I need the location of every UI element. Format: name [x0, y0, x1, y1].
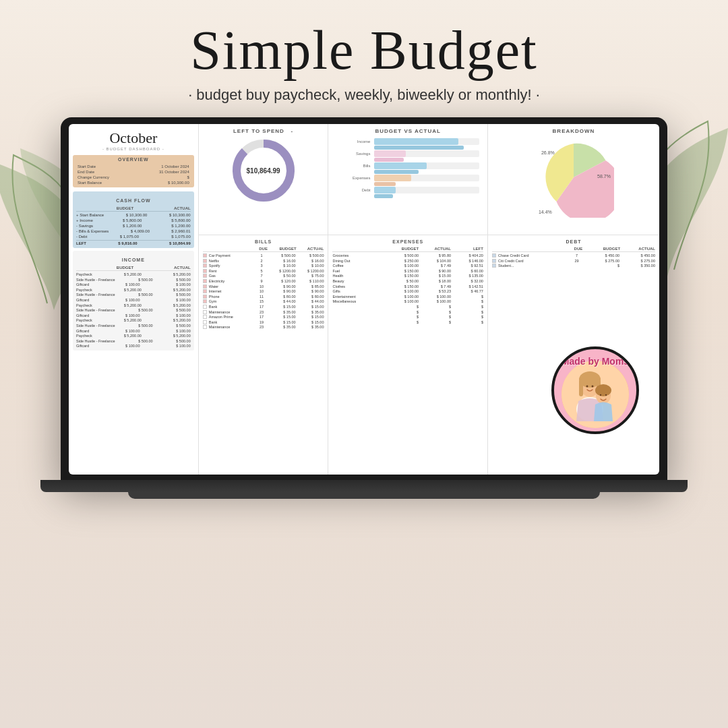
overview-label: Start Date [78, 164, 96, 169]
bill-due: 3 [255, 264, 267, 268]
page-wrapper: Simple Budget · budget buy paycheck, wee… [0, 0, 728, 728]
income-row: Paycheck$ 5,200.00$ 5,200.00 [76, 303, 191, 308]
cf-budget: $ 1,075.00 [120, 235, 139, 239]
bill-checkbox[interactable] [203, 264, 207, 268]
income-row: Side Hustle - Freelance$ 500.00$ 500.00 [76, 293, 191, 298]
cf-actual: $ 10,864.99 [169, 241, 191, 245]
bill-actual: $ 35.00 [296, 310, 324, 314]
income-row: Giftcard$ 100.00$ 100.00 [76, 313, 191, 318]
income-col-actual: ACTUAL [174, 266, 191, 270]
bill-checkbox[interactable] [203, 279, 207, 283]
bills-col-due: DUE [257, 247, 269, 251]
overview-label: Change Currency [78, 175, 109, 179]
debt-row-student: Student... $ $ 350.00 [492, 263, 655, 268]
donut-chart: $10,864.99 [230, 137, 297, 204]
month-title: October [73, 129, 194, 147]
bill-actual: $ 1200.00 [296, 269, 324, 273]
bar-fill-budget [374, 162, 427, 169]
bill-due: 17 [255, 305, 267, 309]
exp-row-clothes: Clothes$ 150.00$ 7.49$ 142.51 [332, 284, 483, 289]
cf-row-savings: - Savings $ 1,200.00 $ 1,200.00 [76, 223, 191, 229]
made-by-moms-badge: Made by Moms [551, 346, 639, 434]
bills-section: BILLS DUE BUDGET ACTUAL Car Payment [199, 235, 328, 332]
bill-checkbox[interactable] [203, 284, 207, 289]
bill-checkbox[interactable] [203, 295, 207, 299]
income-title: INCOME [76, 255, 191, 264]
bar-track [374, 187, 479, 193]
bill-checkbox[interactable] [203, 325, 207, 329]
bar-label: Savings [336, 152, 370, 156]
bills-col-name [212, 247, 257, 251]
bill-checkbox[interactable] [203, 320, 207, 324]
laptop-base [40, 480, 688, 492]
laptop-screen-outer: October - BUDGET DASHBOARD - OVERVIEW St… [61, 117, 667, 480]
cf-budget: $ 4,009.00 [131, 229, 150, 233]
debt-row-chase: Chase Credit Card 7 $ 450.00 $ 450.00 [492, 253, 655, 258]
debt-col-budget: BUDGET [585, 247, 620, 251]
bill-checkbox[interactable] [203, 315, 207, 319]
bill-row-rent: Rent 5 $ 1200.00 $ 1200.00 [203, 268, 324, 274]
income-row: Side Hustle - Freelance$ 500.00$ 500.00 [76, 277, 191, 282]
exp-row-beauty: Beauty$ 50.00$ 18.00$ 32.00 [332, 278, 483, 284]
debt-checkbox[interactable] [492, 259, 496, 263]
debt-checkbox[interactable] [492, 264, 496, 268]
cf-label: - Debt [76, 235, 87, 239]
bill-name: Electricity [209, 279, 256, 283]
cf-actual: $ 1,075.00 [171, 235, 190, 239]
income-row: Side Hustle - Freelance$ 500.00$ 500.00 [76, 307, 191, 313]
left-to-spend-box: LEFT TO SPEND - $10,864.99 [199, 124, 328, 235]
bill-checkbox[interactable] [203, 269, 207, 273]
exp-row-empty3: $$$ [332, 314, 483, 320]
bill-row-netflix: Netflix 2 $ 16.00 $ 16.00 [203, 258, 324, 264]
col3-expenses: BUDGET VS ACTUAL Income [328, 124, 488, 475]
income-row: Paycheck$ 5,200.00$ 5,200.00 [76, 318, 191, 324]
bill-name: Car Payment [209, 253, 256, 257]
laptop-foot [128, 492, 600, 499]
debt-section: DEBT DUE BUDGET ACTUAL Chase Credit Card [488, 235, 659, 271]
moms-photo [562, 361, 629, 428]
bill-budget: $ 16.00 [268, 259, 296, 263]
debt-checkbox[interactable] [492, 253, 496, 257]
bill-checkbox[interactable] [203, 305, 207, 309]
bill-checkbox[interactable] [203, 299, 207, 303]
debt-budget: $ 275.00 [584, 259, 619, 263]
bill-row-phone: Phone 11 $ 80.00 $ 80.00 [203, 294, 324, 299]
debt-due: 7 [570, 253, 584, 257]
cf-row-income: + Income $ 5,800.00 $ 5,800.00 [76, 218, 191, 223]
bill-row-internet: Internet 10 $ 90.00 $ 90.00 [203, 289, 324, 294]
exp-row-gifts: Gifts$ 100.00$ 53.23$ 46.77 [332, 289, 483, 294]
cf-budget: $ 5,800.00 [123, 218, 142, 222]
svg-point-13 [605, 394, 607, 396]
bill-checkbox[interactable] [203, 289, 207, 293]
bill-checkbox[interactable] [203, 310, 207, 314]
bill-due: 11 [255, 295, 267, 299]
laptop-screen: October - BUDGET DASHBOARD - OVERVIEW St… [69, 124, 659, 475]
page-title: Simple Budget [188, 20, 540, 81]
bill-name: Bank [209, 320, 256, 324]
bill-name: Bank [209, 305, 256, 309]
bill-name: Maintenance [209, 310, 256, 314]
bar-label: Income [336, 140, 370, 144]
cf-actual: $ 1,200.00 [171, 224, 190, 228]
overview-row-balance: Start Balance $ 10,300.00 [76, 180, 191, 185]
bar-fill-actual [374, 170, 418, 174]
bill-checkbox[interactable] [203, 274, 207, 278]
bill-row-carpayment: Car Payment 1 $ 500.00 $ 500.00 [203, 253, 324, 258]
exp-row-empty1: $$$ [332, 304, 483, 309]
cf-label: LEFT [76, 241, 86, 245]
page-subtitle: · budget buy paycheck, weekly, biweekly … [188, 86, 540, 104]
bill-due: 7 [255, 274, 267, 278]
debt-name: Citi Credit Card [498, 259, 570, 263]
debt-row-citi: Citi Credit Card 29 $ 275.00 $ 275.00 [492, 258, 655, 264]
income-section: INCOME BUDGET ACTUAL Paycheck$ 5,200.00$… [73, 251, 194, 351]
bill-checkbox[interactable] [203, 253, 207, 257]
donut-amount: $10,864.99 [247, 167, 280, 175]
cf-col-budget: BUDGET [117, 206, 133, 210]
svg-point-12 [600, 394, 601, 396]
bva-title: BUDGET VS ACTUAL [332, 128, 483, 134]
bar-label: Bills [336, 164, 370, 168]
cf-budget: $ 9,816.00 [118, 241, 137, 245]
bar-track [374, 138, 479, 145]
income-row: Giftcard$ 100.00$ 100.00 [76, 328, 191, 334]
bill-checkbox[interactable] [203, 259, 207, 263]
